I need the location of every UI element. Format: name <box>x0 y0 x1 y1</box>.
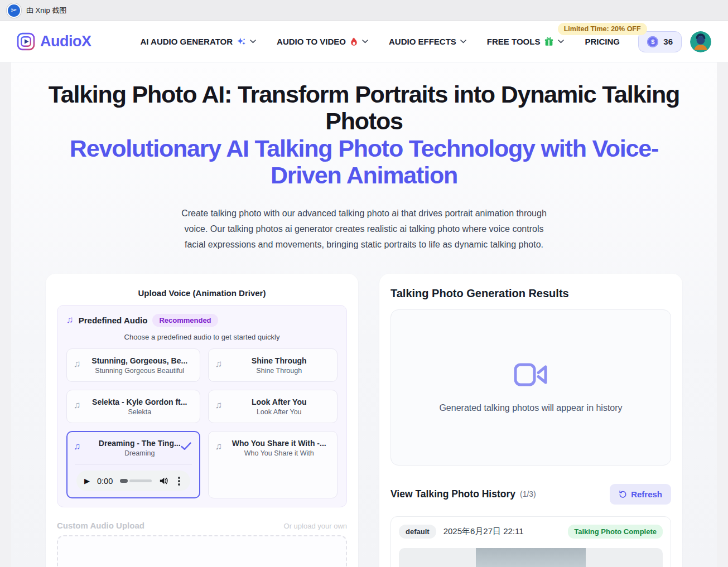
gift-icon <box>544 37 554 47</box>
brand-name: AudioX <box>40 33 91 50</box>
results-empty-state: Generated talking photos will appear in … <box>390 309 671 466</box>
player-seek-bar[interactable] <box>120 479 152 483</box>
predefined-audio-label: Predefined Audio <box>79 316 148 325</box>
hero-description: Create talking photo with our advanced t… <box>175 206 553 253</box>
predefined-audio-header: ♫ Predefined Audio Recommended <box>66 314 338 327</box>
music-note-icon: ♫ <box>215 358 223 370</box>
audio-option-title: Dreaming - The Ting... <box>99 439 181 448</box>
sparkles-icon <box>237 37 246 46</box>
nav-item-label: AUDIO EFFECTS <box>389 37 456 46</box>
chevron-down-icon <box>250 40 256 43</box>
screenshot-bar-label: 由 Xnip 截图 <box>26 6 66 16</box>
audio-option-who-you-share[interactable]: ♫ Who You Share it With -... Who You Sha… <box>208 431 338 498</box>
music-note-icon: ♫ <box>215 441 223 452</box>
music-note-icon: ♫ <box>74 358 81 370</box>
credits-counter[interactable]: $ 36 <box>638 31 682 52</box>
music-note-icon: ♫ <box>74 400 81 411</box>
player-menu-icon[interactable] <box>176 476 182 487</box>
nav-item-label: PRICING <box>585 37 620 46</box>
chevron-down-icon <box>362 40 368 43</box>
audio-option-subtitle: Look After You <box>228 408 330 416</box>
credits-count: 36 <box>663 37 673 46</box>
portrait-photo <box>476 548 586 567</box>
history-timestamp: 2025年6月27日 22:11 <box>443 526 524 537</box>
play-button[interactable]: ▶ <box>84 477 90 484</box>
nav-menu: AI AUDIO GENERATOR AUDIO TO VIDEO AUDIO … <box>141 37 620 47</box>
nav-item-ai-audio-generator[interactable]: AI AUDIO GENERATOR <box>141 37 257 46</box>
audio-option-subtitle: Dreaming <box>86 449 193 457</box>
history-thumbnail[interactable] <box>399 548 663 567</box>
refresh-label: Refresh <box>631 490 662 499</box>
chevron-down-icon <box>460 40 466 43</box>
brand-logo[interactable]: AudioX <box>17 32 91 51</box>
music-note-icon: ♫ <box>215 400 223 411</box>
nav-item-label: FREE TOOLS <box>487 37 541 46</box>
custom-upload-label: Custom Audio Upload <box>57 521 144 530</box>
audio-option-shine-through[interactable]: ♫ Shine Through Shine Through <box>208 348 338 382</box>
xnip-scissors-icon: ✂ <box>7 3 21 18</box>
predefined-audio-hint: Choose a predefined audio to get started… <box>66 333 338 341</box>
custom-upload-dropzone[interactable]: ♫ <box>57 535 347 567</box>
results-title: Talking Photo Generation Results <box>390 287 671 300</box>
nav-item-audio-effects[interactable]: AUDIO EFFECTS <box>389 37 466 46</box>
nav-item-label: AI AUDIO GENERATOR <box>141 37 233 46</box>
screenshot-app-bar: ✂ 由 Xnip 截图 <box>0 0 728 21</box>
audio-option-title: Stunning, Gorgeous, Be... <box>91 356 187 365</box>
nav-item-audio-to-video[interactable]: AUDIO TO VIDEO <box>277 37 368 46</box>
music-note-icon: ♫ <box>66 314 74 326</box>
custom-audio-upload-section: Custom Audio Upload Or upload your own ♫ <box>57 521 347 567</box>
hero-title: Talking Photo AI: Transform Portraits in… <box>39 81 689 134</box>
hero-subtitle: Revolutionary AI Talking Photo Technolog… <box>61 135 667 188</box>
nav-item-label: AUDIO TO VIDEO <box>277 37 346 46</box>
coin-icon: $ <box>647 36 658 47</box>
history-title: View Talking Photo History <box>390 488 515 500</box>
selected-check-icon <box>181 442 191 453</box>
audio-player: ▶ 0:00 <box>76 471 190 491</box>
history-tag-badge: default <box>399 525 436 539</box>
page-content: Talking Photo AI: Transform Portraits in… <box>11 62 717 567</box>
refresh-icon <box>619 490 627 498</box>
fire-icon <box>350 37 358 46</box>
audio-option-look-after-you[interactable]: ♫ Look After You Look After You <box>208 390 338 423</box>
custom-upload-hint: Or upload your own <box>284 522 347 530</box>
audio-option-subtitle: Selekta <box>86 408 193 416</box>
audio-option-title: Who You Share it With -... <box>232 439 326 448</box>
main-navbar: AudioX AI AUDIO GENERATOR AUDIO TO VIDEO <box>0 21 728 62</box>
audio-option-selekta[interactable]: ♫ Selekta - Kyle Gordon ft... Selekta <box>66 390 200 423</box>
audio-option-title: Selekta - Kyle Gordon ft... <box>92 398 187 406</box>
nav-item-pricing[interactable]: Limited Time: 20% OFF PRICING <box>585 37 620 46</box>
audio-option-dreaming-selected[interactable]: ♫ Dreaming - The Ting... Dreaming <box>66 431 200 498</box>
history-header: View Talking Photo History (1/3) Refresh <box>390 484 671 505</box>
audio-option-stunning[interactable]: ♫ Stunning, Gorgeous, Be... Stunning Gor… <box>66 348 200 382</box>
audio-option-subtitle: Who You Share it With <box>228 449 330 457</box>
history-status-badge: Talking Photo Complete <box>568 525 663 539</box>
limited-time-badge: Limited Time: 20% OFF <box>558 23 647 35</box>
audio-option-subtitle: Shine Through <box>228 367 330 375</box>
recommended-badge: Recommended <box>152 314 218 327</box>
audio-option-subtitle: Stunning Gorgeous Beautiful <box>86 367 193 375</box>
nav-right-actions: $ 36 <box>638 31 711 52</box>
user-avatar[interactable] <box>690 31 711 52</box>
video-camera-icon <box>514 362 548 387</box>
audio-option-title: Look After You <box>252 398 307 406</box>
music-note-icon: ♫ <box>74 441 81 452</box>
upload-panel-title: Upload Voice (Animation Driver) <box>57 288 347 298</box>
player-time: 0:00 <box>97 477 113 486</box>
results-panel: Talking Photo Generation Results Generat… <box>379 274 682 567</box>
history-count: (1/3) <box>520 490 536 498</box>
audio-options-grid: ♫ Stunning, Gorgeous, Be... Stunning Gor… <box>66 348 338 499</box>
history-item[interactable]: default 2025年6月27日 22:11 Talking Photo C… <box>390 516 671 567</box>
results-empty-message: Generated talking photos will appear in … <box>439 403 622 413</box>
predefined-audio-card: ♫ Predefined Audio Recommended Choose a … <box>57 305 347 508</box>
audiox-logo-icon <box>17 32 35 51</box>
refresh-button[interactable]: Refresh <box>610 484 671 505</box>
nav-item-free-tools[interactable]: FREE TOOLS <box>487 37 565 47</box>
audio-option-title: Shine Through <box>252 356 307 365</box>
two-column-layout: Upload Voice (Animation Driver) ♫ Predef… <box>11 274 717 567</box>
volume-icon[interactable] <box>159 477 168 485</box>
avatar-image <box>690 31 711 52</box>
chevron-down-icon <box>558 40 564 43</box>
player-divider <box>75 464 192 464</box>
upload-voice-panel: Upload Voice (Animation Driver) ♫ Predef… <box>46 274 358 567</box>
